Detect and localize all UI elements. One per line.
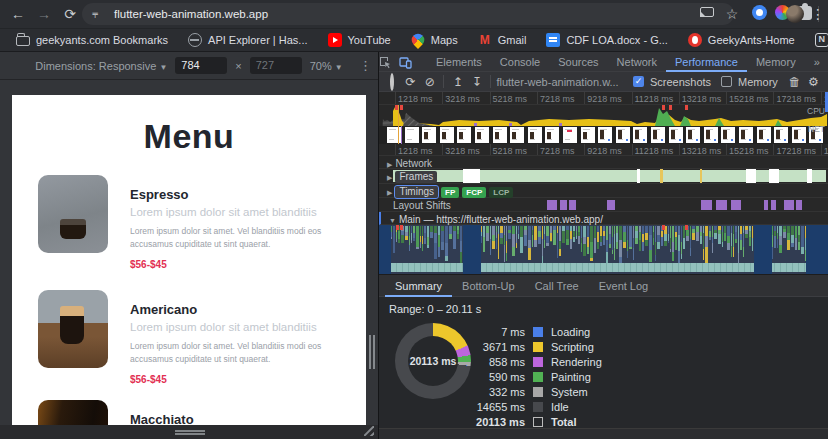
- tab-event-log[interactable]: Event Log: [589, 275, 659, 297]
- screenshot-thumbnail[interactable]: [581, 127, 595, 143]
- bookmark-item[interactable]: CDF LOA.docx - G...: [538, 30, 675, 50]
- memory-label[interactable]: Memory: [738, 76, 778, 88]
- viewport-resize-handle[interactable]: [364, 426, 374, 436]
- device-toolbar-menu-icon[interactable]: ⋮: [359, 58, 372, 73]
- screenshot-thumbnail[interactable]: [686, 127, 700, 143]
- bookmark-item[interactable]: YouTube: [320, 30, 399, 50]
- collect-garbage-icon[interactable]: 🗑: [786, 75, 803, 89]
- devtools-tabs-overflow-icon[interactable]: »: [805, 52, 828, 72]
- timing-badge-lcp[interactable]: LCP: [489, 187, 513, 198]
- timing-badge-fcp[interactable]: FCP: [462, 187, 486, 198]
- tab-elements[interactable]: Elements: [427, 52, 491, 72]
- tab-call-tree[interactable]: Call Tree: [525, 275, 589, 297]
- screenshots-filmstrip[interactable]: [379, 126, 828, 144]
- main-thread-track[interactable]: ▼Main — https://flutter-web-animation.we…: [379, 212, 828, 225]
- forward-icon[interactable]: →: [34, 4, 54, 24]
- layout-shift-event[interactable]: [796, 200, 802, 210]
- dimensions-select[interactable]: Dimensions: Responsive ▼: [35, 60, 167, 72]
- screenshot-thumbnail[interactable]: [669, 127, 683, 143]
- browser-menu-icon[interactable]: ⋮: [808, 4, 828, 24]
- screenshot-thumbnail[interactable]: [774, 127, 788, 143]
- layout-shift-event[interactable]: [560, 200, 567, 210]
- tab-performance[interactable]: Performance: [666, 52, 747, 72]
- layout-shift-event[interactable]: [547, 200, 557, 210]
- screenshot-thumbnail[interactable]: [545, 127, 559, 143]
- screenshot-thumbnail[interactable]: [405, 127, 419, 143]
- zoom-select[interactable]: 70% ▼: [310, 60, 343, 72]
- menu-item-americano[interactable]: AmericanoLorem ipsum dolor sit amet blan…: [38, 290, 348, 385]
- avatar[interactable]: [786, 5, 804, 23]
- screenshot-thumbnail[interactable]: [651, 127, 665, 143]
- flame-chart[interactable]: [379, 225, 828, 275]
- tab-bottom-up[interactable]: Bottom-Up: [452, 275, 525, 297]
- bookmark-item[interactable]: Maps: [403, 30, 466, 50]
- clear-recording-icon[interactable]: ⊘: [421, 75, 438, 89]
- screenshot-thumbnail[interactable]: [422, 127, 436, 143]
- profile-select[interactable]: flutter-web-animation.w... ▼: [496, 76, 623, 88]
- layout-shifts-track[interactable]: Layout Shifts: [379, 198, 828, 212]
- record-icon[interactable]: [383, 75, 400, 89]
- layout-shift-event[interactable]: [716, 200, 727, 210]
- screenshot-thumbnail[interactable]: [633, 127, 647, 143]
- layout-shift-event[interactable]: [731, 200, 741, 210]
- device-toolbar-toggle-icon[interactable]: [399, 54, 419, 69]
- reload-and-record-icon[interactable]: ⟳: [402, 75, 419, 89]
- timing-badge-fp[interactable]: FP: [441, 187, 459, 198]
- layout-shift-event[interactable]: [701, 200, 712, 210]
- screenshots-checkbox[interactable]: ✓: [633, 76, 644, 87]
- tab-console[interactable]: Console: [491, 52, 549, 72]
- menu-item-macchiato[interactable]: Macchiato: [38, 400, 348, 425]
- screenshot-thumbnail[interactable]: [721, 127, 735, 143]
- screenshot-thumbnail[interactable]: [528, 127, 542, 143]
- save-profile-icon[interactable]: ↧: [468, 75, 485, 89]
- menu-item-espresso[interactable]: EspressoLorem ipsum dolor sit amet bland…: [38, 175, 348, 270]
- viewport-drag-handle[interactable]: [175, 430, 205, 435]
- layout-shift-event[interactable]: [784, 200, 794, 210]
- height-input[interactable]: 727: [250, 57, 302, 74]
- bookmark-item[interactable]: geekyants.com Bookmarks: [8, 30, 176, 50]
- url-text[interactable]: flutter-web-animation.web.app: [114, 8, 268, 20]
- screenshot-thumbnail[interactable]: [457, 127, 471, 143]
- inspect-element-icon[interactable]: [379, 54, 399, 69]
- layout-shift-event[interactable]: [607, 200, 615, 210]
- bookmark-item[interactable]: API Explorer | Has...: [180, 30, 315, 50]
- tab-summary[interactable]: Summary: [385, 275, 452, 297]
- screenshot-thumbnail[interactable]: [475, 127, 489, 143]
- screenshot-thumbnail[interactable]: [598, 127, 612, 143]
- site-settings-icon[interactable]: ⫧: [92, 7, 106, 21]
- back-icon[interactable]: ←: [8, 4, 28, 24]
- bookmark-item[interactable]: GeekyAnts-Home: [680, 30, 803, 50]
- screenshot-thumbnail[interactable]: [440, 127, 454, 143]
- tab-memory[interactable]: Memory: [747, 52, 805, 72]
- screenshot-thumbnail[interactable]: [510, 127, 524, 143]
- tab-network[interactable]: Network: [608, 52, 666, 72]
- width-input[interactable]: 784: [175, 57, 227, 74]
- network-track[interactable]: ▶Network: [379, 156, 828, 169]
- screenshot-thumbnail[interactable]: [704, 127, 718, 143]
- cast-icon[interactable]: [700, 4, 714, 17]
- layout-shift-event[interactable]: [764, 200, 768, 210]
- capture-settings-icon[interactable]: ⚙: [805, 75, 822, 89]
- bookmark-star-icon[interactable]: ☆: [722, 4, 742, 24]
- layout-shift-event[interactable]: [771, 200, 776, 210]
- screenshot-thumbnail[interactable]: [563, 127, 577, 143]
- timings-track[interactable]: ▶TimingsFPFCPLCP: [379, 184, 828, 198]
- load-profile-icon[interactable]: ↥: [449, 75, 466, 89]
- tab-sources[interactable]: Sources: [549, 52, 607, 72]
- screenshot-thumbnail[interactable]: [739, 127, 753, 143]
- memory-checkbox[interactable]: [721, 76, 732, 87]
- screenshot-thumbnail[interactable]: [792, 127, 806, 143]
- bookmark-item[interactable]: NGrocery Home Page: [807, 30, 828, 50]
- viewport-scroll-handle[interactable]: [369, 335, 375, 369]
- screenshots-label[interactable]: Screenshots: [650, 76, 711, 88]
- screenshot-thumbnail[interactable]: [757, 127, 771, 143]
- frames-track[interactable]: ▶Frames: [379, 169, 828, 184]
- screenshot-thumbnail[interactable]: [493, 127, 507, 143]
- reload-icon[interactable]: ⟳: [60, 4, 80, 24]
- address-bar[interactable]: ⫧ flutter-web-animation.web.app: [82, 3, 734, 25]
- screenshot-thumbnail[interactable]: [616, 127, 630, 143]
- layout-shift-event[interactable]: [569, 200, 576, 210]
- bookmark-item[interactable]: MGmail: [470, 30, 535, 50]
- timeline-overview[interactable]: 1218 ms3218 ms5218 ms7218 ms9218 ms11218…: [379, 92, 828, 144]
- extension-blue-icon[interactable]: [752, 4, 767, 20]
